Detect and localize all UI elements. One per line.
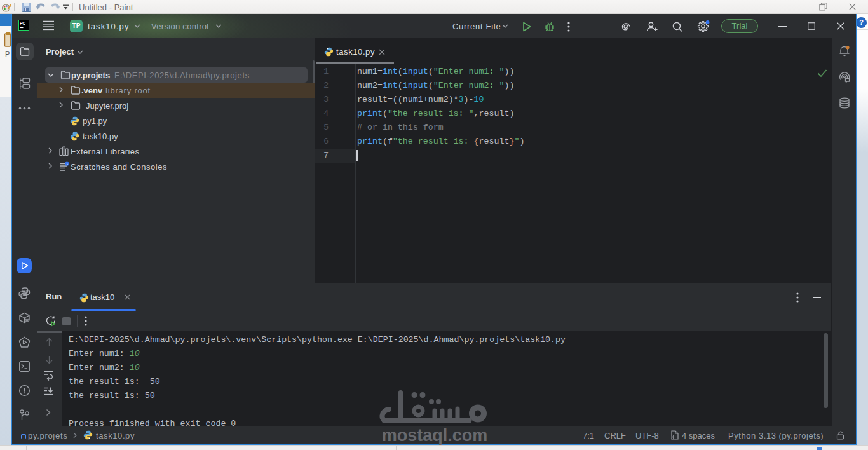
svg-text:PC: PC [20,21,25,25]
svg-text:mostaql.com: mostaql.com [382,426,488,445]
